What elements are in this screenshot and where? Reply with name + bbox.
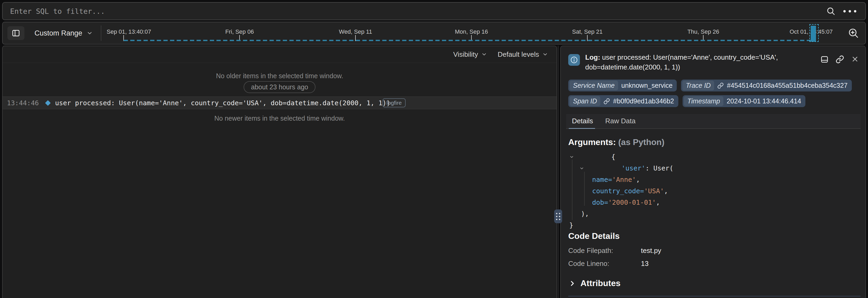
- trace-id-badge[interactable]: Trace ID #454514c0168a455a51bb4ceba354c3…: [681, 79, 852, 92]
- code-key: 'user': [622, 164, 645, 172]
- attributes-heading: Attributes: [581, 278, 620, 288]
- badge-label: Span ID: [569, 96, 600, 106]
- copy-link-icon[interactable]: [836, 55, 844, 72]
- code-key: country_code=: [592, 187, 644, 195]
- code-token: ,: [636, 176, 640, 184]
- service-name-badge[interactable]: Service Name unknown_service: [568, 79, 677, 92]
- time-range-label: Custom Range: [34, 29, 82, 37]
- sidebar-toggle-button[interactable]: [7, 26, 24, 40]
- close-icon[interactable]: [851, 55, 859, 72]
- code-lineno-value: 13: [641, 260, 661, 268]
- no-newer-items-note: No newer items in the selected time wind…: [3, 114, 557, 122]
- visibility-dropdown[interactable]: Visibility: [453, 51, 487, 59]
- panel-splitter[interactable]: [556, 45, 560, 298]
- arguments-subheading: (as Python): [618, 137, 664, 147]
- badge-value: 2024-10-01 13:44:46.414: [726, 97, 801, 105]
- default-levels-dropdown[interactable]: Default levels: [498, 51, 548, 59]
- log-message: user processed: User(name='Anne', countr…: [55, 99, 390, 107]
- timeline-bar: Custom Range Sep 01, 13:40:07 Fri, Sep 0…: [2, 22, 866, 44]
- code-lineno-label: Code Lineno:: [568, 260, 641, 268]
- code-key: dob=: [592, 199, 608, 206]
- zoom-in-icon[interactable]: [848, 28, 859, 39]
- more-options-icon[interactable]: [843, 10, 856, 12]
- badge-value: #b0f0d9ed1ab346b2: [613, 97, 674, 105]
- link-icon[interactable]: [603, 98, 610, 104]
- code-token: ,: [664, 187, 668, 195]
- timeline-tick-label: Thu, Sep 26: [687, 28, 719, 35]
- search-icon[interactable]: [826, 7, 835, 15]
- code-token: ),: [581, 210, 589, 218]
- log-list-panel: Visibility Default levels No older items…: [2, 45, 557, 298]
- code-string: 'USA': [644, 187, 664, 195]
- time-range-selector[interactable]: Custom Range: [34, 29, 93, 37]
- splitter-drag-handle[interactable]: [554, 209, 562, 223]
- span-detail-panel: Log: user processed: User(name='Anne', c…: [560, 45, 866, 298]
- chevron-down-icon: [481, 52, 487, 57]
- info-icon: [568, 54, 580, 66]
- attributes-section-toggle[interactable]: Attributes: [569, 278, 620, 288]
- code-filepath-value: test.py: [641, 246, 661, 255]
- timeline-histogram-baseline: [124, 40, 816, 41]
- chevron-right-icon: [569, 280, 576, 287]
- code-token: :: [645, 164, 653, 172]
- chevron-down-icon: [542, 52, 548, 57]
- section-divider: [568, 296, 861, 296]
- log-level-diamond-icon: [45, 100, 51, 105]
- detail-title-prefix: Log:: [585, 53, 600, 61]
- chevron-down-icon: [87, 30, 93, 36]
- badge-value: #454514c0168a455a51bb4ceba354c327: [727, 82, 847, 89]
- code-details-heading: Code Details: [568, 231, 620, 241]
- timeline-tick-label: Sat, Sep 21: [572, 28, 603, 35]
- code-filepath-label: Code Filepath:: [568, 246, 641, 255]
- timeline-chart[interactable]: Sep 01, 13:40:07 Fri, Sep 06 Wed, Sep 11…: [101, 22, 844, 44]
- no-older-items-note: No older items in the selected time wind…: [3, 72, 557, 80]
- log-tag-chip[interactable]: logfire: [382, 98, 406, 107]
- timeline-tick-label: Wed, Sep 11: [339, 28, 372, 35]
- badge-value: unknown_service: [621, 82, 673, 89]
- dock-panel-icon[interactable]: [820, 55, 829, 72]
- default-levels-label: Default levels: [498, 51, 539, 59]
- visibility-label: Visibility: [453, 51, 478, 59]
- sql-filter-input[interactable]: [3, 7, 826, 15]
- code-token: User(: [653, 164, 673, 172]
- log-timestamp: 13:44:46: [7, 99, 39, 107]
- arguments-code-tree: { 'user': User( name='Anne', country_cod…: [568, 151, 859, 231]
- badge-label: Trace ID: [682, 80, 714, 90]
- code-token: ,: [656, 199, 660, 206]
- badge-label: Timestamp: [684, 96, 723, 106]
- detail-tabs: Details Raw Data: [566, 114, 861, 129]
- span-id-badge[interactable]: Span ID #b0f0d9ed1ab346b2: [568, 95, 678, 107]
- sql-filter-bar: [2, 2, 866, 20]
- timeline-start-label: Sep 01, 13:40:07: [106, 28, 151, 35]
- badge-label: Service Name: [569, 80, 618, 90]
- detail-title: Log: user processed: User(name='Anne', c…: [585, 53, 819, 72]
- timeline-selection-outline: [809, 24, 819, 42]
- detail-header: Log: user processed: User(name='Anne', c…: [568, 53, 859, 72]
- code-key: name=: [592, 176, 612, 184]
- log-list-toolbar: Visibility Default levels: [3, 46, 557, 63]
- timeline-tick-label: Fri, Sep 06: [225, 28, 254, 35]
- panel-left-icon: [12, 29, 20, 37]
- code-token: }: [569, 221, 573, 229]
- detail-title-text: user processed: User(name='Anne', countr…: [585, 53, 778, 71]
- timestamp-badge[interactable]: Timestamp 2024-10-01 13:44:46.414: [683, 95, 805, 107]
- splitter-line: [558, 45, 558, 298]
- log-row[interactable]: 13:44:46 user processed: User(name='Anne…: [3, 97, 557, 109]
- code-details-table: Code Filepath: test.py Code Lineno: 13: [568, 246, 661, 268]
- code-string: '2000-01-01': [608, 199, 656, 206]
- timeline-tick-label: Mon, Sep 16: [455, 28, 488, 35]
- code-string: 'Anne': [612, 176, 636, 184]
- metadata-badges: Service Name unknown_service Trace ID #4…: [568, 79, 859, 107]
- link-icon[interactable]: [717, 82, 724, 89]
- tab-details[interactable]: Details: [572, 117, 593, 128]
- relative-time-pill[interactable]: about 23 hours ago: [244, 81, 315, 93]
- tab-raw-data[interactable]: Raw Data: [605, 117, 636, 128]
